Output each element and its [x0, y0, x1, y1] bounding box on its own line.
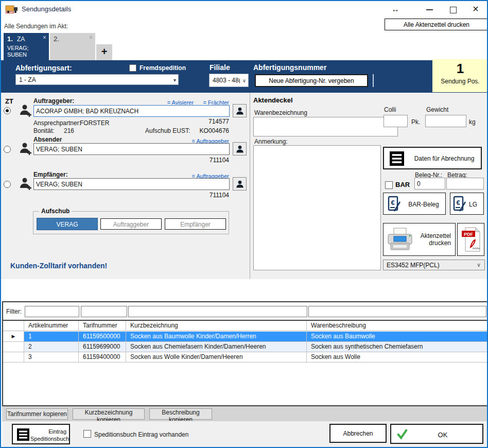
zt-column-label: ZT	[5, 97, 13, 105]
eintrag-speditionsbuch-button[interactable]: Eintrag Speditionsbuch	[12, 424, 70, 444]
cancel-button[interactable]: Abbrechen	[329, 424, 387, 443]
printer-select[interactable]: ES3452 MFP(PCL) ∨	[383, 260, 485, 270]
cell-tarifnummer[interactable]: 61159500000	[79, 332, 126, 342]
lg-label: LG	[469, 201, 477, 208]
anmerkung-textarea[interactable]	[253, 145, 381, 270]
close-icon[interactable]: ✕	[468, 3, 483, 15]
filter-input-warenbeschreibung[interactable]	[308, 306, 486, 317]
lg-button[interactable]: € LG	[450, 193, 484, 215]
cell-artikelnummer[interactable]: 2	[24, 342, 79, 352]
tab2-number: 2.	[54, 35, 59, 43]
filter-input-artikelnummer[interactable]	[25, 306, 79, 317]
cell-artikelnummer[interactable]: 1	[24, 332, 79, 342]
copy-buttons-strip: Tarifnummer kopieren Kurzbezeichnung kop…	[2, 406, 488, 421]
window-title: Sendungsdetails	[22, 5, 71, 13]
tab2-close-icon[interactable]: ×	[89, 34, 93, 41]
auftraggeber-contact-button[interactable]	[233, 104, 247, 117]
filter-input-kurzbezeichnung[interactable]	[128, 306, 307, 317]
daten-fuer-abrechnung-button[interactable]: Daten für Abrechnung	[383, 147, 482, 169]
filiale-select[interactable]: 4803 - 48( ∨	[209, 74, 249, 87]
tab-sendung-2[interactable]: 2. ×	[50, 33, 95, 60]
zt-radio-auftraggeber[interactable]	[4, 107, 11, 114]
auftraggeber-input[interactable]	[33, 105, 230, 117]
warenbezeichnung-textarea[interactable]	[253, 117, 398, 136]
artikel-table: Filter: Artikelnummer Tarifnummer Kurzbe…	[2, 301, 488, 406]
panel-divider	[250, 93, 250, 279]
maximize-icon[interactable]	[446, 3, 460, 15]
sendung-pos-counter: 1 Sendung Pos.	[432, 59, 488, 92]
empfaenger-contact-button[interactable]	[233, 177, 247, 191]
table-row[interactable]: 3 61159400000 Socken aus Wolle Kinder/Da…	[3, 352, 487, 363]
resize-horizontal-icon[interactable]: ↔	[388, 3, 403, 15]
cell-warenbeschreibung[interactable]: Socken aus Wolle	[307, 352, 487, 363]
minimize-icon[interactable]	[422, 3, 437, 15]
printer-icon	[387, 228, 413, 253]
tab1-close-icon[interactable]: ×	[43, 34, 46, 41]
person-add-icon[interactable]	[19, 141, 33, 158]
selector-column-header	[3, 321, 24, 331]
cell-warenbeschreibung[interactable]: Socken aus synthetischen Chemiefasern	[307, 342, 487, 352]
abrechnung-button-label: Daten für Abrechnung	[409, 155, 480, 162]
cell-tarifnummer[interactable]: 61159400000	[79, 352, 126, 363]
person-add-icon[interactable]	[19, 176, 33, 193]
filiale-value: 4803 - 48(	[213, 77, 240, 84]
eintrag-label-line1: Eintrag	[48, 428, 66, 435]
list-icon	[390, 151, 404, 167]
gewicht-input[interactable]	[425, 115, 466, 127]
abfertigungsnummer-label: Abfertigungsnummer	[253, 63, 326, 72]
absender-label: Absender	[33, 136, 62, 143]
column-header-tarifnummer[interactable]: Tarifnummer	[79, 321, 126, 331]
cell-warenbeschreibung[interactable]: Socken aus Baumwolle	[307, 332, 487, 342]
absender-contact-button[interactable]	[233, 142, 247, 156]
truck-icon	[5, 4, 19, 16]
zt-radio-absender[interactable]	[4, 146, 11, 153]
print-all-aktenzettel-button[interactable]: Alle Aktenzettel drucken	[385, 19, 488, 30]
cell-kurzbezeichnung[interactable]: Socken aus Baumwolle Kinder/Damen/Herren	[126, 332, 307, 342]
bonitaet-label: Bonität:	[33, 127, 55, 134]
aktendeckel-title: Aktendeckel	[253, 96, 293, 104]
filter-input-tarifnummer[interactable]	[81, 306, 127, 317]
person-add-icon[interactable]	[19, 103, 33, 119]
aufschub-empfaenger-button[interactable]: Empfänger	[165, 218, 226, 230]
aktenzettel-drucken-button[interactable]: Aktenzettel drucken	[383, 223, 456, 256]
fremdspedition-checkbox[interactable]	[129, 64, 136, 72]
column-header-kurzbezeichnung[interactable]: Kurzbezeichnung	[126, 321, 307, 331]
beleg-nr-input[interactable]	[414, 178, 445, 189]
absender-input[interactable]	[33, 143, 230, 155]
column-header-artikelnummer[interactable]: Artikelnummer	[24, 321, 79, 331]
neue-abfertigungsnr-button[interactable]: Neue Abfertigung-Nr. vergeben	[255, 74, 368, 87]
zt-radio-empfaenger[interactable]	[4, 181, 11, 188]
colli-input[interactable]	[384, 115, 408, 127]
bottom-bar: Eintrag Speditionsbuch Speditionsbuch Ei…	[2, 421, 488, 447]
cell-artikelnummer[interactable]: 3	[24, 352, 79, 363]
copy-beschreibung-button[interactable]: Beschreibung kopieren	[149, 408, 212, 420]
band-separator	[373, 74, 374, 87]
ok-button[interactable]: OK	[390, 424, 483, 444]
empfaenger-label: Empfänger:	[33, 171, 68, 178]
speditionsbuch-checkbox[interactable]	[83, 430, 91, 438]
table-row[interactable]: 2 61159699000 Socken aus Chemiefasern Ki…	[3, 342, 487, 352]
aufschub-group-label: Aufschub	[39, 208, 72, 215]
betrag-input[interactable]	[446, 178, 484, 189]
cell-kurzbezeichnung[interactable]: Socken aus Chemiefasern Kinder/Damen/Hee…	[126, 342, 307, 352]
svg-text:Adobe: Adobe	[473, 247, 480, 250]
column-header-warenbeschreibung[interactable]: Warenbeschreibung	[307, 321, 487, 331]
pdf-button[interactable]: PDF Adobe	[457, 223, 484, 256]
bar-beleg-button[interactable]: € BAR-Beleg	[383, 193, 446, 215]
tab-sendung-1[interactable]: 1. ZA × VERAG; SUBEN	[4, 33, 49, 60]
pdf-icon: PDF Adobe	[461, 227, 481, 254]
cell-kurzbezeichnung[interactable]: Socken aus Wolle Kinder/Damen/Heeren	[126, 352, 307, 363]
tab1-line2: VERAG;	[7, 45, 29, 51]
empfaenger-input[interactable]	[33, 178, 230, 190]
aufschub-auftraggeber-button[interactable]: Auftraggeber	[100, 218, 162, 230]
aufschub-verag-button[interactable]: VERAG	[37, 218, 98, 230]
abfertigungsart-select[interactable]: 1 - ZA ▾	[15, 74, 179, 85]
add-sendung-button[interactable]: +	[96, 44, 112, 60]
copy-tarifnummer-button[interactable]: Tarifnummer kopieren	[6, 408, 68, 420]
bar-beleg-label: BAR-Beleg	[403, 201, 444, 208]
copy-kurzbezeichnung-button[interactable]: Kurzbezeichnung kopieren	[73, 408, 145, 420]
table-row[interactable]: ▶ 1 61159500000 Socken aus Baumwolle Kin…	[3, 332, 487, 342]
bar-checkbox[interactable]	[385, 181, 393, 189]
speditionsbuch-label: Speditionsbuch Eintrag vorhanden	[94, 431, 188, 438]
cell-tarifnummer[interactable]: 61159699000	[79, 342, 126, 352]
